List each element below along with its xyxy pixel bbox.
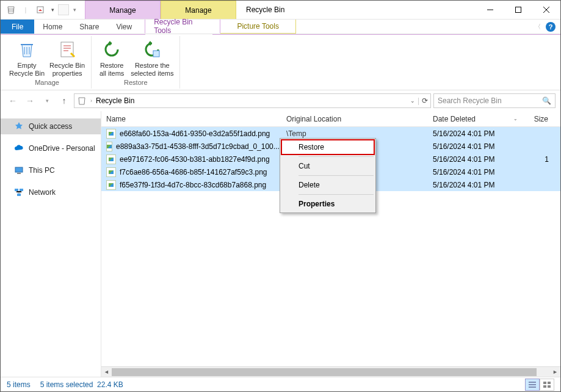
svg-rect-12 <box>548 385 551 388</box>
window-title: Recycle Bin <box>246 5 284 14</box>
image-file-icon <box>106 154 116 164</box>
recent-locations-icon[interactable]: ▾ <box>40 93 54 108</box>
cell-name: ee971672-fc06-4530-b381-abb1827e4f9d.png <box>101 154 281 164</box>
cell-date-deleted: 5/16/2024 4:01 PM <box>428 168 523 176</box>
scrollbar-thumb[interactable] <box>112 368 537 376</box>
cell-original-location: \Temp <box>281 129 428 138</box>
qat-separator: | <box>19 3 32 16</box>
recycle-bin-breadcrumb-icon <box>77 96 87 106</box>
address-bar-row: ← → ▾ ↑ › Recycle Bin ⌄ | ⟳ Search Recyc… <box>1 90 560 111</box>
status-item-count: 5 items <box>7 380 31 389</box>
tab-picture-tools[interactable]: Picture Tools <box>220 20 296 34</box>
svg-rect-8 <box>17 194 21 196</box>
restore-all-button[interactable]: Restore all items <box>95 37 128 79</box>
svg-rect-10 <box>548 382 551 384</box>
context-menu-separator <box>299 175 374 176</box>
cell-name: e889a3a3-75d1-4538-8fff-3d5d71c9cbad_0_1… <box>101 142 281 151</box>
quick-access-toolbar: | ▾ ▾ <box>1 3 79 16</box>
scrollbar-track[interactable] <box>112 367 550 377</box>
up-button[interactable]: ↑ <box>57 93 71 108</box>
search-input[interactable]: Search Recycle Bin 🔍 <box>433 93 556 108</box>
tab-share[interactable]: Share <box>71 20 107 34</box>
context-menu-properties[interactable]: Properties <box>281 197 374 211</box>
help-icon[interactable]: ? <box>546 22 556 32</box>
tab-recycle-bin-tools[interactable]: Recycle Bin Tools <box>145 20 220 34</box>
close-button[interactable] <box>532 1 560 19</box>
column-headers: Name Original Location Date Deleted⌄ Siz… <box>101 111 560 127</box>
status-bar: 5 items 5 items selected 22.4 KB <box>1 377 560 391</box>
column-header-size[interactable]: Size <box>523 111 554 126</box>
properties-qat-icon[interactable] <box>34 3 47 16</box>
context-menu-delete[interactable]: Delete <box>281 178 374 192</box>
ribbon-group-label: Manage <box>35 79 59 87</box>
restore-selected-icon <box>142 40 162 59</box>
sidebar-item-quick-access[interactable]: Quick access <box>1 118 101 134</box>
contextual-tab-recycle: Manage <box>85 1 161 19</box>
properties-icon <box>57 40 77 59</box>
svg-rect-4 <box>15 167 23 172</box>
details-view-button[interactable] <box>525 379 540 391</box>
image-file-icon <box>106 180 116 190</box>
restore-selected-button[interactable]: Restore the selected items <box>128 37 176 79</box>
breadcrumb-separator-icon[interactable]: › <box>90 98 92 104</box>
qat-overflow-icon[interactable] <box>58 4 69 15</box>
cell-date-deleted: 5/16/2024 4:01 PM <box>428 155 523 164</box>
cell-size: 1 <box>523 155 554 164</box>
status-selected-count: 5 items selected 22.4 KB <box>40 380 123 389</box>
context-menu-restore[interactable]: Restore <box>281 140 374 154</box>
sidebar-item-onedrive[interactable]: OneDrive - Personal <box>1 140 101 156</box>
thumbnails-view-button[interactable] <box>540 379 554 391</box>
navigation-pane: Quick access OneDrive - Personal This PC… <box>1 111 101 377</box>
scroll-right-icon[interactable]: ► <box>550 367 560 377</box>
breadcrumb-location[interactable]: Recycle Bin <box>96 96 134 105</box>
network-icon <box>14 187 24 197</box>
cell-name: f7c6ae86-656a-4686-b85f-141627af59c3.png <box>101 167 281 177</box>
context-menu-separator <box>299 156 374 157</box>
recycle-bin-properties-button[interactable]: Recycle Bin properties <box>47 37 87 79</box>
tab-view[interactable]: View <box>107 20 140 34</box>
address-bar[interactable]: › Recycle Bin ⌄ | ⟳ <box>74 93 431 108</box>
column-header-name[interactable]: Name <box>101 111 281 126</box>
sidebar-item-this-pc[interactable]: This PC <box>1 162 101 178</box>
column-header-date-deleted[interactable]: Date Deleted⌄ <box>428 111 523 126</box>
sidebar-item-network[interactable]: Network <box>1 184 101 200</box>
maximize-button[interactable] <box>504 1 532 19</box>
forward-button[interactable]: → <box>23 93 37 108</box>
cloud-icon <box>14 143 24 153</box>
tab-file[interactable]: File <box>1 20 34 34</box>
context-menu-cut[interactable]: Cut <box>281 159 374 173</box>
image-file-icon <box>106 142 112 151</box>
qat-dropdown-icon[interactable]: ▾ <box>48 7 57 13</box>
contextual-tab-picture: Manage <box>161 1 236 19</box>
cell-date-deleted: 5/16/2024 4:01 PM <box>428 181 523 189</box>
svg-rect-7 <box>20 189 23 191</box>
recycle-bin-icon[interactable] <box>4 3 18 16</box>
column-header-original-location[interactable]: Original Location <box>281 111 428 126</box>
minimize-button[interactable] <box>476 1 504 19</box>
back-button[interactable]: ← <box>5 93 20 108</box>
ribbon-collapse-icon[interactable]: 〈 <box>535 23 541 31</box>
context-menu: Restore Cut Delete Properties <box>280 138 376 213</box>
qat-customize-icon[interactable]: ▾ <box>70 7 79 13</box>
context-menu-separator <box>299 194 374 195</box>
ribbon-group-label: Restore <box>124 79 148 87</box>
sidebar-item-label: Network <box>29 188 56 197</box>
image-file-icon <box>106 129 116 139</box>
sidebar-item-label: This PC <box>29 166 55 175</box>
empty-recycle-bin-button[interactable]: Empty Recycle Bin <box>7 37 47 79</box>
horizontal-scrollbar[interactable]: ◄ ► <box>101 366 560 377</box>
image-file-icon <box>106 167 116 177</box>
cell-date-deleted: 5/16/2024 4:01 PM <box>428 142 523 151</box>
svg-rect-1 <box>516 7 521 13</box>
address-dropdown-icon[interactable]: ⌄ <box>410 98 415 104</box>
search-icon[interactable]: 🔍 <box>542 96 551 105</box>
refresh-icon[interactable]: ⟳ <box>422 96 428 105</box>
sort-indicator-icon: ⌄ <box>513 116 518 122</box>
sidebar-item-label: OneDrive - Personal <box>29 144 95 153</box>
tab-home[interactable]: Home <box>34 20 71 34</box>
empty-bin-icon <box>17 40 37 59</box>
scroll-left-icon[interactable]: ◄ <box>101 367 112 377</box>
sidebar-item-label: Quick access <box>29 122 72 131</box>
star-icon <box>14 122 24 131</box>
pc-icon <box>14 165 24 175</box>
